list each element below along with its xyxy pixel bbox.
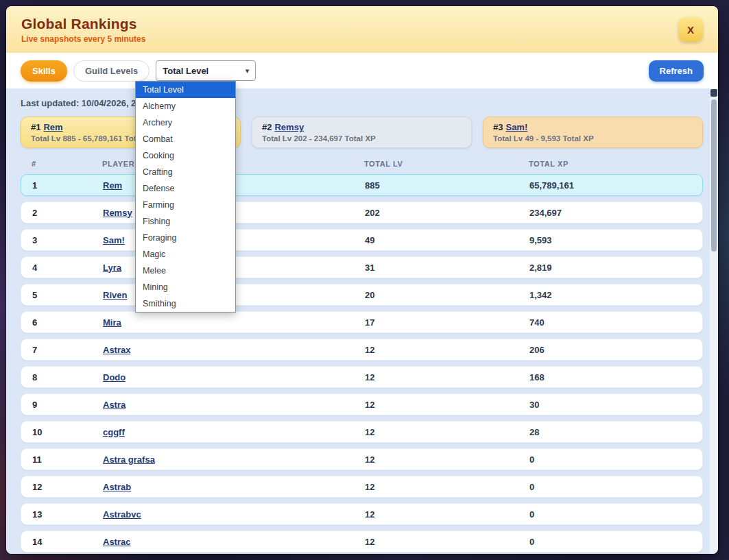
chevron-down-icon: ▾ <box>246 66 250 75</box>
player-link[interactable]: Sam! <box>103 235 125 245</box>
table-row: 11 Astra grafsa 12 0 <box>21 448 703 470</box>
skill-option[interactable]: Crafting <box>136 164 235 180</box>
tab-guild-levels[interactable]: Guild Levels <box>73 60 150 82</box>
player-link[interactable]: Dodo <box>103 372 126 382</box>
row-total-xp: 740 <box>529 317 691 328</box>
skill-option[interactable]: Combat <box>136 131 235 147</box>
podium-card: #2Remsy Total Lv 202 - 234,697 Total XP <box>252 117 472 148</box>
skill-option[interactable]: Mining <box>136 279 235 295</box>
podium-rank: #3 <box>493 122 503 132</box>
row-rank: 12 <box>32 482 103 492</box>
skill-option[interactable]: Total Level <box>136 82 235 98</box>
skill-option[interactable]: Melee <box>136 263 235 279</box>
table-row: 6 Mira 17 740 <box>21 311 703 333</box>
row-total-lv: 202 <box>365 208 529 218</box>
player-link[interactable]: Lyra <box>103 263 121 273</box>
row-total-lv: 12 <box>365 427 529 437</box>
skill-option[interactable]: Defense <box>136 180 235 197</box>
podium-player-link[interactable]: Remsy <box>274 122 304 132</box>
row-total-xp: 168 <box>529 372 691 382</box>
table-row: 3 Sam! 49 9,593 <box>21 229 703 251</box>
player-link[interactable]: cggff <box>103 427 125 437</box>
row-total-lv: 12 <box>365 509 529 520</box>
scrollbar-up-button[interactable] <box>710 89 717 97</box>
table-row: 14 Astrac 12 0 <box>21 531 703 552</box>
podium-rank: #1 <box>31 122 40 132</box>
table-row: 4 Lyra 31 2,819 <box>21 256 703 278</box>
row-total-xp: 234,697 <box>529 208 691 218</box>
close-button[interactable]: X <box>678 17 703 42</box>
skill-option[interactable]: Archery <box>136 114 235 131</box>
row-total-lv: 12 <box>365 400 529 410</box>
row-rank: 11 <box>32 454 103 465</box>
podium-row: #1Rem Total Lv 885 - 65,789,161 Total XP… <box>21 117 703 148</box>
skill-option[interactable]: Alchemy <box>136 98 235 114</box>
row-total-xp: 30 <box>529 400 691 410</box>
skill-option[interactable]: Farming <box>136 197 235 213</box>
row-rank: 14 <box>32 537 103 547</box>
table-row: 13 Astrabvc 12 0 <box>21 503 703 525</box>
skill-option[interactable]: Foraging <box>136 230 235 246</box>
podium-player-link[interactable]: Sam! <box>505 122 527 132</box>
modal-header-text: Global Rankings Live snapshots every 5 m… <box>21 16 145 44</box>
skill-select[interactable]: Total Level ▾ <box>156 60 256 81</box>
podium-title: #2Remsy <box>262 122 462 132</box>
row-rank: 8 <box>32 372 103 382</box>
player-link[interactable]: Astrax <box>103 345 130 355</box>
table-header: # PLAYER TOTAL LV TOTAL XP <box>21 159 703 169</box>
row-total-xp: 206 <box>529 345 691 355</box>
table-row: 8 Dodo 12 168 <box>21 366 703 388</box>
table-row: 9 Astra 12 30 <box>21 393 703 415</box>
player-link[interactable]: Astrab <box>103 482 131 492</box>
podium-title: #3Sam! <box>493 122 693 132</box>
row-total-lv: 12 <box>365 345 529 355</box>
podium-detail: Total Lv 49 - 9,593 Total XP <box>493 134 693 143</box>
row-rank: 7 <box>32 345 103 355</box>
row-total-lv: 20 <box>365 290 529 300</box>
podium-card: #3Sam! Total Lv 49 - 9,593 Total XP <box>483 117 703 148</box>
player-link[interactable]: Astrac <box>103 537 130 547</box>
podium-rank: #2 <box>262 122 272 132</box>
player-link[interactable]: Astra <box>103 400 126 410</box>
row-rank: 13 <box>32 509 103 520</box>
row-rank: 4 <box>32 263 103 273</box>
row-rank: 1 <box>32 180 103 191</box>
row-total-xp: 0 <box>529 454 691 465</box>
row-rank: 2 <box>32 208 103 218</box>
header-rank: # <box>32 160 102 168</box>
row-total-xp: 2,819 <box>529 263 691 273</box>
skill-dropdown-list: Total LevelAlchemyArcheryCombatCookingCr… <box>135 81 236 313</box>
skill-option[interactable]: Fishing <box>136 213 235 230</box>
header-total-xp: TOTAL XP <box>529 160 692 168</box>
tab-skills[interactable]: Skills <box>21 60 67 82</box>
row-rank: 6 <box>32 317 103 328</box>
podium-detail: Total Lv 202 - 234,697 Total XP <box>262 134 462 143</box>
last-updated-text: Last updated: 10/04/2026, 20:20 <box>21 98 703 108</box>
skill-option[interactable]: Magic <box>136 246 235 263</box>
table-row: 2 Remsy 202 234,697 <box>21 202 703 223</box>
row-total-lv: 12 <box>365 482 529 492</box>
row-total-xp: 65,789,161 <box>529 180 691 191</box>
player-link[interactable]: Riven <box>103 290 127 300</box>
player-link[interactable]: Remsy <box>103 208 132 218</box>
table-row: 1 Rem 885 65,789,161 <box>21 174 703 196</box>
row-rank: 10 <box>32 427 103 437</box>
row-total-lv: 885 <box>365 180 529 191</box>
player-link[interactable]: Astra grafsa <box>103 454 155 465</box>
table-row: 7 Astrax 12 206 <box>21 339 703 361</box>
rankings-content: Last updated: 10/04/2026, 20:20 #1Rem To… <box>6 88 710 554</box>
skill-option[interactable]: Smithing <box>136 295 235 312</box>
player-link[interactable]: Rem <box>103 180 122 191</box>
player-link[interactable]: Mira <box>103 317 121 328</box>
row-total-lv: 31 <box>365 263 529 273</box>
scrollbar-thumb[interactable] <box>711 99 717 252</box>
row-total-lv: 12 <box>365 454 529 465</box>
podium-player-link[interactable]: Rem <box>43 122 62 132</box>
row-rank: 5 <box>32 290 103 300</box>
skill-option[interactable]: Cooking <box>136 147 235 164</box>
refresh-button[interactable]: Refresh <box>649 60 704 82</box>
page-title: Global Rankings <box>21 16 145 32</box>
player-link[interactable]: Astrabvc <box>103 509 141 520</box>
row-total-xp: 0 <box>529 537 691 547</box>
header-total-lv: TOTAL LV <box>364 160 529 168</box>
